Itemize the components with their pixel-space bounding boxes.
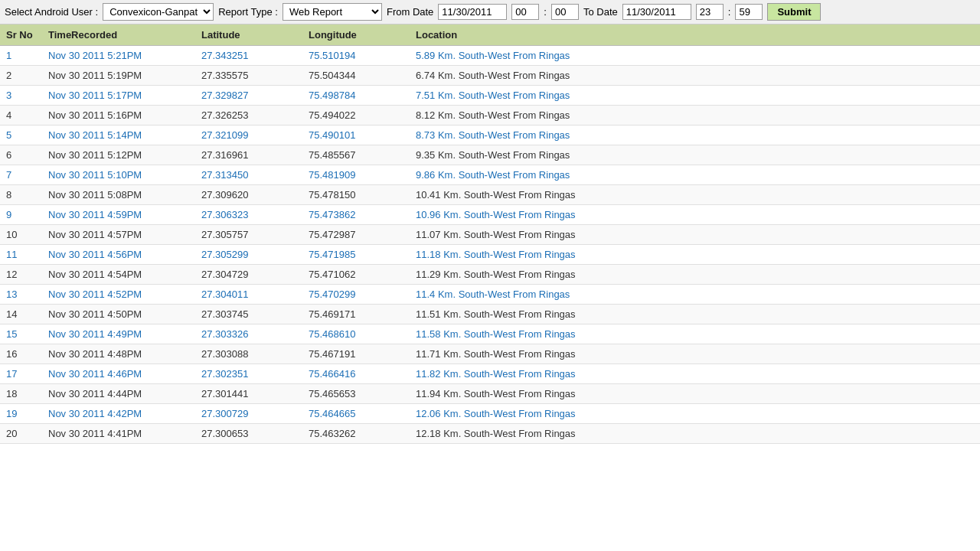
- lon-link[interactable]: 75.481909: [309, 169, 355, 181]
- lon-link[interactable]: 75.466416: [309, 368, 355, 380]
- submit-button[interactable]: Submit: [767, 3, 821, 21]
- loc-link[interactable]: 11.4 Km. South-West From Ringas: [416, 289, 570, 300]
- srno-link[interactable]: 7: [6, 169, 11, 181]
- loc-link[interactable]: 7.51 Km. South-West From Ringas: [416, 90, 570, 101]
- table-row: 9Nov 30 2011 4:59PM27.30632375.47386210.…: [0, 205, 980, 225]
- time-link[interactable]: Nov 30 2011 4:46PM: [48, 368, 142, 380]
- time-link[interactable]: Nov 30 2011 4:49PM: [48, 328, 142, 340]
- time-cell: Nov 30 2011 5:12PM: [42, 145, 195, 165]
- loc-cell: 11.94 Km. South-West From Ringas: [410, 384, 980, 404]
- srno-link[interactable]: 13: [6, 289, 17, 300]
- lat-cell: 27.335575: [195, 66, 302, 86]
- time-link[interactable]: Nov 30 2011 5:21PM: [48, 50, 142, 61]
- time-link[interactable]: Nov 30 2011 5:17PM: [48, 90, 142, 101]
- loc-link[interactable]: 8.73 Km. South-West From Ringas: [416, 129, 570, 141]
- col-header-lat: Latitude: [195, 24, 302, 46]
- lon-link[interactable]: 75.470299: [309, 289, 355, 300]
- lon-cell: 75.472987: [302, 225, 410, 245]
- time-link[interactable]: Nov 30 2011 5:10PM: [48, 169, 142, 181]
- table-row: 1Nov 30 2011 5:21PM27.34325175.5101945.8…: [0, 46, 980, 66]
- srno-link[interactable]: 1: [6, 50, 11, 61]
- from-mm-input[interactable]: [551, 4, 579, 20]
- lon-link[interactable]: 75.510194: [309, 50, 355, 61]
- table-row: 10Nov 30 2011 4:57PM27.30575775.47298711…: [0, 225, 980, 245]
- time-cell: Nov 30 2011 5:19PM: [42, 66, 195, 86]
- lat-link[interactable]: 27.304011: [201, 289, 248, 300]
- loc-cell: 11.29 Km. South-West From Ringas: [410, 265, 980, 285]
- loc-cell: 11.51 Km. South-West From Ringas: [410, 305, 980, 324]
- time-cell: Nov 30 2011 4:50PM: [42, 305, 195, 324]
- loc-link[interactable]: 10.96 Km. South-West From Ringas: [416, 209, 576, 220]
- from-date-input[interactable]: [438, 4, 507, 20]
- srno-cell: 4: [0, 106, 42, 126]
- loc-link[interactable]: 9.86 Km. South-West From Ringas: [416, 169, 570, 181]
- time-cell: Nov 30 2011 4:44PM: [42, 384, 195, 404]
- time-link[interactable]: Nov 30 2011 4:52PM: [48, 289, 142, 300]
- lon-cell: 75.469171: [302, 305, 410, 324]
- to-mm-input[interactable]: [735, 4, 763, 20]
- lat-cell: 27.316961: [195, 145, 302, 165]
- lon-cell: 75.465653: [302, 384, 410, 404]
- lon-link[interactable]: 75.471985: [309, 249, 355, 260]
- loc-cell: 6.74 Km. South-West From Ringas: [410, 66, 980, 86]
- table-row: 12Nov 30 2011 4:54PM27.30472975.47106211…: [0, 265, 980, 285]
- srno-cell: 16: [0, 344, 42, 364]
- srno-link[interactable]: 5: [6, 129, 11, 141]
- lon-link[interactable]: 75.464665: [309, 408, 355, 419]
- lon-link[interactable]: 75.498784: [309, 90, 355, 101]
- srno-link[interactable]: 15: [6, 328, 17, 340]
- user-select[interactable]: Convexicon-Ganpat: [103, 3, 214, 21]
- srno-link[interactable]: 3: [6, 90, 11, 101]
- lat-cell: 27.303088: [195, 344, 302, 364]
- srno-cell: 6: [0, 145, 42, 165]
- time-cell: Nov 30 2011 5:16PM: [42, 106, 195, 126]
- lat-link[interactable]: 27.300729: [201, 408, 248, 419]
- to-hh-input[interactable]: [696, 4, 724, 20]
- srno-cell: 10: [0, 225, 42, 245]
- to-date-input[interactable]: [622, 4, 691, 20]
- lon-cell: 75.504344: [302, 66, 410, 86]
- time-link[interactable]: Nov 30 2011 4:59PM: [48, 209, 142, 220]
- time-link[interactable]: Nov 30 2011 4:56PM: [48, 249, 142, 260]
- lon-link[interactable]: 75.468610: [309, 328, 355, 340]
- loc-link[interactable]: 11.58 Km. South-West From Ringas: [416, 328, 576, 340]
- report-type-select[interactable]: Web Report: [283, 3, 382, 21]
- loc-cell: 8.12 Km. South-West From Ringas: [410, 106, 980, 126]
- loc-cell: 10.41 Km. South-West From Ringas: [410, 185, 980, 205]
- srno-link[interactable]: 9: [6, 209, 11, 220]
- srno-cell: 2: [0, 66, 42, 86]
- lat-link[interactable]: 27.305299: [201, 249, 248, 260]
- lat-cell: 27.309620: [195, 185, 302, 205]
- lat-link[interactable]: 27.343251: [201, 50, 248, 61]
- loc-link[interactable]: 12.06 Km. South-West From Ringas: [416, 408, 576, 419]
- lat-link[interactable]: 27.302351: [201, 368, 248, 380]
- srno-link[interactable]: 19: [6, 408, 17, 419]
- srno-link[interactable]: 11: [6, 249, 17, 260]
- lat-link[interactable]: 27.321099: [201, 129, 248, 141]
- table-row: 16Nov 30 2011 4:48PM27.30308875.46719111…: [0, 344, 980, 364]
- table-row: 20Nov 30 2011 4:41PM27.30065375.46326212…: [0, 424, 980, 444]
- lat-link[interactable]: 27.303326: [201, 328, 248, 340]
- table-row: 14Nov 30 2011 4:50PM27.30374575.46917111…: [0, 305, 980, 324]
- srno-link[interactable]: 17: [6, 368, 17, 380]
- table-header-row: Sr No TimeRecorded Latitude Longitude Lo…: [0, 24, 980, 46]
- lon-cell: 75.485567: [302, 145, 410, 165]
- lat-cell: 27.300653: [195, 424, 302, 444]
- loc-link[interactable]: 5.89 Km. South-West From Ringas: [416, 50, 570, 61]
- table-row: 18Nov 30 2011 4:44PM27.30144175.46565311…: [0, 384, 980, 404]
- lat-link[interactable]: 27.329827: [201, 90, 248, 101]
- colon-2: :: [728, 6, 731, 18]
- lon-link[interactable]: 75.490101: [309, 129, 355, 141]
- lat-link[interactable]: 27.306323: [201, 209, 248, 220]
- lat-link[interactable]: 27.313450: [201, 169, 248, 181]
- time-link[interactable]: Nov 30 2011 4:42PM: [48, 408, 142, 419]
- loc-link[interactable]: 11.18 Km. South-West From Ringas: [416, 249, 576, 260]
- loc-link[interactable]: 11.82 Km. South-West From Ringas: [416, 368, 576, 380]
- col-header-lon: Longitude: [302, 24, 410, 46]
- time-link[interactable]: Nov 30 2011 5:14PM: [48, 129, 142, 141]
- col-header-loc: Location: [410, 24, 980, 46]
- loc-cell: 12.18 Km. South-West From Ringas: [410, 424, 980, 444]
- from-hh-input[interactable]: [511, 4, 539, 20]
- lon-link[interactable]: 75.473862: [309, 209, 355, 220]
- lon-cell: 75.478150: [302, 185, 410, 205]
